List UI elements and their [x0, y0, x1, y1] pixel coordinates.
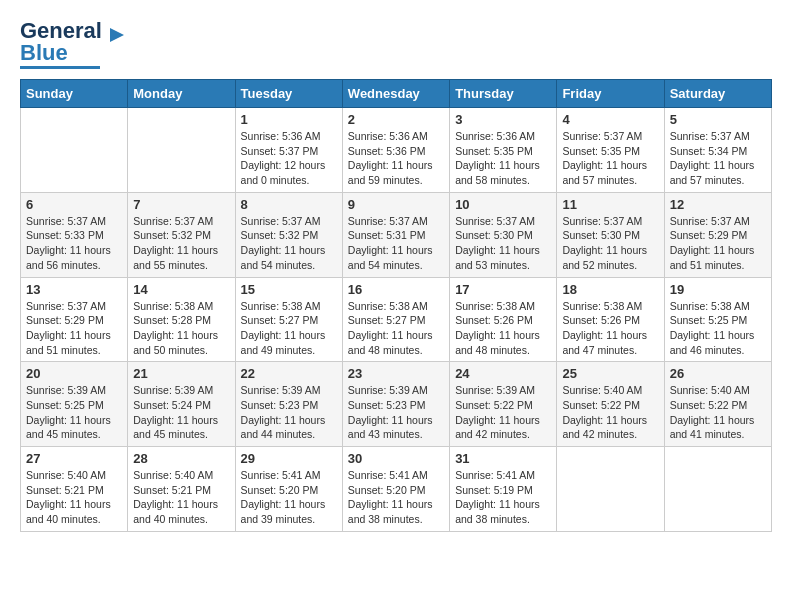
calendar-day-cell: 25Sunrise: 5:40 AM Sunset: 5:22 PM Dayli… — [557, 362, 664, 447]
calendar-day-cell: 11Sunrise: 5:37 AM Sunset: 5:30 PM Dayli… — [557, 192, 664, 277]
day-number: 25 — [562, 366, 658, 381]
calendar-day-cell: 29Sunrise: 5:41 AM Sunset: 5:20 PM Dayli… — [235, 447, 342, 532]
day-number: 12 — [670, 197, 766, 212]
calendar-week-row: 27Sunrise: 5:40 AM Sunset: 5:21 PM Dayli… — [21, 447, 772, 532]
weekday-header: Monday — [128, 80, 235, 108]
calendar-day-cell — [557, 447, 664, 532]
day-number: 5 — [670, 112, 766, 127]
day-info: Sunrise: 5:37 AM Sunset: 5:29 PM Dayligh… — [26, 299, 122, 358]
day-number: 24 — [455, 366, 551, 381]
calendar-day-cell: 13Sunrise: 5:37 AM Sunset: 5:29 PM Dayli… — [21, 277, 128, 362]
day-info: Sunrise: 5:38 AM Sunset: 5:26 PM Dayligh… — [455, 299, 551, 358]
weekday-header: Thursday — [450, 80, 557, 108]
day-number: 22 — [241, 366, 337, 381]
day-info: Sunrise: 5:36 AM Sunset: 5:37 PM Dayligh… — [241, 129, 337, 188]
weekday-header: Friday — [557, 80, 664, 108]
day-number: 20 — [26, 366, 122, 381]
day-info: Sunrise: 5:38 AM Sunset: 5:28 PM Dayligh… — [133, 299, 229, 358]
calendar-day-cell: 31Sunrise: 5:41 AM Sunset: 5:19 PM Dayli… — [450, 447, 557, 532]
day-number: 23 — [348, 366, 444, 381]
day-number: 27 — [26, 451, 122, 466]
day-info: Sunrise: 5:38 AM Sunset: 5:25 PM Dayligh… — [670, 299, 766, 358]
page-header: General Blue — [20, 20, 772, 69]
day-number: 10 — [455, 197, 551, 212]
calendar-day-cell: 30Sunrise: 5:41 AM Sunset: 5:20 PM Dayli… — [342, 447, 449, 532]
day-info: Sunrise: 5:39 AM Sunset: 5:25 PM Dayligh… — [26, 383, 122, 442]
day-info: Sunrise: 5:37 AM Sunset: 5:33 PM Dayligh… — [26, 214, 122, 273]
day-info: Sunrise: 5:37 AM Sunset: 5:32 PM Dayligh… — [241, 214, 337, 273]
day-info: Sunrise: 5:37 AM Sunset: 5:35 PM Dayligh… — [562, 129, 658, 188]
calendar-day-cell: 12Sunrise: 5:37 AM Sunset: 5:29 PM Dayli… — [664, 192, 771, 277]
logo-arrow-icon — [106, 24, 128, 46]
calendar-week-row: 20Sunrise: 5:39 AM Sunset: 5:25 PM Dayli… — [21, 362, 772, 447]
day-number: 19 — [670, 282, 766, 297]
calendar-day-cell — [21, 108, 128, 193]
calendar-day-cell: 15Sunrise: 5:38 AM Sunset: 5:27 PM Dayli… — [235, 277, 342, 362]
calendar-day-cell: 28Sunrise: 5:40 AM Sunset: 5:21 PM Dayli… — [128, 447, 235, 532]
logo-line — [20, 66, 100, 69]
day-info: Sunrise: 5:41 AM Sunset: 5:20 PM Dayligh… — [348, 468, 444, 527]
day-info: Sunrise: 5:41 AM Sunset: 5:20 PM Dayligh… — [241, 468, 337, 527]
day-number: 9 — [348, 197, 444, 212]
day-info: Sunrise: 5:37 AM Sunset: 5:30 PM Dayligh… — [455, 214, 551, 273]
day-number: 13 — [26, 282, 122, 297]
calendar-day-cell: 4Sunrise: 5:37 AM Sunset: 5:35 PM Daylig… — [557, 108, 664, 193]
day-number: 16 — [348, 282, 444, 297]
day-info: Sunrise: 5:37 AM Sunset: 5:32 PM Dayligh… — [133, 214, 229, 273]
day-info: Sunrise: 5:37 AM Sunset: 5:34 PM Dayligh… — [670, 129, 766, 188]
calendar-day-cell: 18Sunrise: 5:38 AM Sunset: 5:26 PM Dayli… — [557, 277, 664, 362]
weekday-header: Tuesday — [235, 80, 342, 108]
day-number: 31 — [455, 451, 551, 466]
calendar-day-cell: 9Sunrise: 5:37 AM Sunset: 5:31 PM Daylig… — [342, 192, 449, 277]
calendar-day-cell: 10Sunrise: 5:37 AM Sunset: 5:30 PM Dayli… — [450, 192, 557, 277]
day-info: Sunrise: 5:38 AM Sunset: 5:27 PM Dayligh… — [348, 299, 444, 358]
calendar-day-cell: 7Sunrise: 5:37 AM Sunset: 5:32 PM Daylig… — [128, 192, 235, 277]
day-number: 14 — [133, 282, 229, 297]
day-number: 29 — [241, 451, 337, 466]
calendar-day-cell: 8Sunrise: 5:37 AM Sunset: 5:32 PM Daylig… — [235, 192, 342, 277]
day-info: Sunrise: 5:39 AM Sunset: 5:24 PM Dayligh… — [133, 383, 229, 442]
calendar-day-cell: 20Sunrise: 5:39 AM Sunset: 5:25 PM Dayli… — [21, 362, 128, 447]
calendar-day-cell: 22Sunrise: 5:39 AM Sunset: 5:23 PM Dayli… — [235, 362, 342, 447]
calendar-week-row: 1Sunrise: 5:36 AM Sunset: 5:37 PM Daylig… — [21, 108, 772, 193]
day-number: 8 — [241, 197, 337, 212]
svg-marker-0 — [110, 28, 124, 42]
calendar-day-cell: 21Sunrise: 5:39 AM Sunset: 5:24 PM Dayli… — [128, 362, 235, 447]
day-info: Sunrise: 5:40 AM Sunset: 5:22 PM Dayligh… — [562, 383, 658, 442]
day-number: 1 — [241, 112, 337, 127]
day-number: 26 — [670, 366, 766, 381]
day-info: Sunrise: 5:39 AM Sunset: 5:22 PM Dayligh… — [455, 383, 551, 442]
day-number: 28 — [133, 451, 229, 466]
calendar-day-cell — [664, 447, 771, 532]
day-info: Sunrise: 5:37 AM Sunset: 5:30 PM Dayligh… — [562, 214, 658, 273]
day-info: Sunrise: 5:40 AM Sunset: 5:22 PM Dayligh… — [670, 383, 766, 442]
calendar-day-cell: 17Sunrise: 5:38 AM Sunset: 5:26 PM Dayli… — [450, 277, 557, 362]
day-number: 18 — [562, 282, 658, 297]
day-info: Sunrise: 5:39 AM Sunset: 5:23 PM Dayligh… — [241, 383, 337, 442]
calendar-table: SundayMondayTuesdayWednesdayThursdayFrid… — [20, 79, 772, 532]
day-number: 30 — [348, 451, 444, 466]
calendar-day-cell: 27Sunrise: 5:40 AM Sunset: 5:21 PM Dayli… — [21, 447, 128, 532]
logo-text: General Blue — [20, 20, 102, 64]
calendar-week-row: 6Sunrise: 5:37 AM Sunset: 5:33 PM Daylig… — [21, 192, 772, 277]
day-info: Sunrise: 5:39 AM Sunset: 5:23 PM Dayligh… — [348, 383, 444, 442]
day-info: Sunrise: 5:40 AM Sunset: 5:21 PM Dayligh… — [133, 468, 229, 527]
calendar-header-row: SundayMondayTuesdayWednesdayThursdayFrid… — [21, 80, 772, 108]
calendar-day-cell: 16Sunrise: 5:38 AM Sunset: 5:27 PM Dayli… — [342, 277, 449, 362]
day-number: 15 — [241, 282, 337, 297]
calendar-day-cell: 1Sunrise: 5:36 AM Sunset: 5:37 PM Daylig… — [235, 108, 342, 193]
calendar-day-cell — [128, 108, 235, 193]
weekday-header: Wednesday — [342, 80, 449, 108]
calendar-day-cell: 2Sunrise: 5:36 AM Sunset: 5:36 PM Daylig… — [342, 108, 449, 193]
weekday-header: Saturday — [664, 80, 771, 108]
day-info: Sunrise: 5:37 AM Sunset: 5:31 PM Dayligh… — [348, 214, 444, 273]
day-info: Sunrise: 5:36 AM Sunset: 5:35 PM Dayligh… — [455, 129, 551, 188]
day-number: 2 — [348, 112, 444, 127]
calendar-day-cell: 3Sunrise: 5:36 AM Sunset: 5:35 PM Daylig… — [450, 108, 557, 193]
weekday-header: Sunday — [21, 80, 128, 108]
calendar-day-cell: 23Sunrise: 5:39 AM Sunset: 5:23 PM Dayli… — [342, 362, 449, 447]
day-number: 7 — [133, 197, 229, 212]
calendar-day-cell: 19Sunrise: 5:38 AM Sunset: 5:25 PM Dayli… — [664, 277, 771, 362]
calendar-day-cell: 6Sunrise: 5:37 AM Sunset: 5:33 PM Daylig… — [21, 192, 128, 277]
day-info: Sunrise: 5:40 AM Sunset: 5:21 PM Dayligh… — [26, 468, 122, 527]
